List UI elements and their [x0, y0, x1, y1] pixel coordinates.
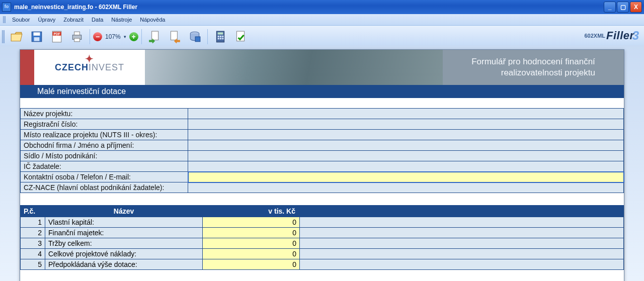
app-brand: 602XML Filler 3: [584, 26, 639, 46]
open-button[interactable]: [7, 28, 26, 46]
fin-row-value[interactable]: 0: [203, 249, 300, 259]
form-subtitle-bar: Malé neinvestiční dotace: [20, 85, 624, 98]
info-row: Název projektu:: [21, 109, 624, 119]
fin-row-number: 5: [21, 259, 45, 270]
info-label: Kontaktní osoba / Telefon / E-mail:: [21, 172, 188, 182]
fin-row: 5Předpokládaná výše dotace:0: [21, 259, 624, 270]
info-row: Kontaktní osoba / Telefon / E-mail:: [21, 172, 624, 182]
fin-row-name: Tržby celkem:: [45, 238, 203, 249]
brand-suffix: 3: [632, 29, 639, 43]
info-value-field[interactable]: [188, 182, 624, 193]
fin-row-name: Předpokládaná výše dotace:: [45, 259, 203, 270]
form-subtitle: Malé neinvestiční dotace: [37, 87, 126, 96]
toolbar-separator: [90, 29, 90, 44]
info-label: IČ žadatele:: [21, 161, 188, 172]
fin-row-blank: [300, 249, 624, 259]
info-row: Místo realizace projektu (NUTS III - okr…: [21, 130, 624, 140]
form-page: ✦ CZECHINVEST Formulář pro hodnocení fin…: [20, 49, 624, 281]
czechinvest-logo: ✦ CZECHINVEST: [34, 50, 145, 85]
fin-row-name: Celkové projektové náklady:: [45, 249, 203, 259]
brand-prefix: 602XML: [584, 33, 605, 39]
save-button[interactable]: [27, 28, 46, 46]
import-data-button[interactable]: [145, 28, 164, 46]
fin-row: 3Tržby celkem:0: [21, 238, 624, 249]
floppy-save-icon: [30, 30, 43, 43]
export-data-button[interactable]: [165, 28, 184, 46]
fin-row: 2Finanční majetek:0: [21, 228, 624, 238]
calculate-button[interactable]: [211, 28, 230, 46]
info-row: Registrační číslo:: [21, 119, 624, 130]
info-row: CZ-NACE (hlavní oblast podnikání žadatel…: [21, 182, 624, 193]
fin-row-value[interactable]: 0: [203, 228, 300, 238]
info-value-field[interactable]: [188, 151, 624, 161]
database-save-icon: [188, 30, 201, 43]
financial-table: P.č.Názevv tis. Kč1Vlastní kapitál:02Fin…: [20, 205, 624, 270]
svg-text:PDF: PDF: [54, 32, 60, 36]
zoom-level[interactable]: 107%: [105, 33, 121, 40]
zoom-in-button[interactable]: +: [129, 32, 138, 41]
form-body: Název projektu:Registrační číslo:Místo r…: [20, 108, 624, 270]
zoom-control: − 107% ▾ +: [93, 32, 138, 41]
calculator-icon: [214, 30, 227, 43]
fin-row-value[interactable]: 0: [203, 259, 300, 270]
info-label: Sídlo / Místo podnikání:: [21, 151, 188, 161]
fin-row-blank: [300, 217, 624, 228]
col-header-blank: [300, 206, 624, 217]
info-row: IČ žadatele:: [21, 161, 624, 172]
save-data-button[interactable]: [185, 28, 204, 46]
app-window: fo male_neinvestice_irating.fo - 602XML …: [0, 0, 644, 281]
menu-zobrazit[interactable]: Zobrazit: [59, 16, 88, 24]
menu-data[interactable]: Data: [88, 16, 107, 24]
info-value-field[interactable]: [188, 119, 624, 130]
project-info-table: Název projektu:Registrační číslo:Místo r…: [20, 108, 624, 193]
info-label: Místo realizace projektu (NUTS III - okr…: [21, 130, 188, 140]
window-maximize-button[interactable]: ▢: [617, 2, 629, 13]
info-row: Obchodní firma / Jméno a příjmení:: [21, 140, 624, 151]
info-value-field[interactable]: [188, 161, 624, 172]
printer-icon: [70, 30, 84, 43]
svg-rect-2: [34, 37, 40, 41]
info-value-field[interactable]: [188, 109, 624, 119]
svg-rect-16: [220, 36, 221, 37]
info-label: Obchodní firma / Jméno a příjmení:: [21, 140, 188, 151]
info-value-field[interactable]: [188, 140, 624, 151]
col-header-pc: P.č.: [21, 206, 45, 217]
validate-button[interactable]: [231, 28, 250, 46]
col-header-kc: v tis. Kč: [203, 206, 300, 217]
menu-soubor[interactable]: Soubor: [8, 16, 34, 24]
svg-rect-17: [222, 36, 223, 37]
page-arrow-in-icon: [148, 30, 161, 43]
info-row: Sídlo / Místo podnikání:: [21, 151, 624, 161]
menu-napoveda[interactable]: Nápověda: [136, 16, 169, 24]
window-close-button[interactable]: X: [630, 2, 642, 13]
svg-rect-18: [217, 38, 219, 39]
print-button[interactable]: [67, 28, 87, 46]
zoom-dropdown-icon[interactable]: ▾: [124, 34, 126, 39]
menu-upravy[interactable]: Úpravy: [34, 16, 59, 24]
logo-text-1: CZECH: [55, 62, 89, 72]
page-check-icon: [234, 30, 247, 43]
fin-row-value[interactable]: 0: [203, 217, 300, 228]
toolbar-separator: [207, 29, 208, 44]
export-pdf-button[interactable]: PDF: [47, 28, 66, 46]
menu-nastroje[interactable]: Nástroje: [107, 16, 136, 24]
brand-main: Filler: [606, 29, 634, 42]
toolbar-grip: [2, 30, 5, 43]
svg-rect-9: [151, 31, 158, 40]
zoom-out-button[interactable]: −: [93, 32, 102, 41]
window-titlebar: fo male_neinvestice_irating.fo - 602XML …: [0, 0, 644, 14]
svg-rect-7: [74, 32, 80, 35]
document-canvas[interactable]: ✦ CZECHINVEST Formulář pro hodnocení fin…: [0, 45, 644, 281]
svg-rect-15: [217, 36, 219, 37]
header-accent-bar: [20, 50, 34, 85]
info-value-field[interactable]: [188, 172, 624, 182]
header-desc-line1: Formulář pro hodnocení finanční: [471, 57, 595, 66]
header-desc-line2: realizovatelnosti projektu: [501, 68, 595, 77]
info-value-field[interactable]: [188, 130, 624, 140]
svg-rect-20: [222, 38, 223, 39]
info-label: CZ-NACE (hlavní oblast podnikání žadatel…: [21, 182, 188, 193]
menubar: Soubor Úpravy Zobrazit Data Nástroje Náp…: [0, 14, 644, 26]
window-minimize-button[interactable]: _: [604, 2, 616, 13]
svg-rect-19: [220, 38, 221, 39]
fin-row-value[interactable]: 0: [203, 238, 300, 249]
